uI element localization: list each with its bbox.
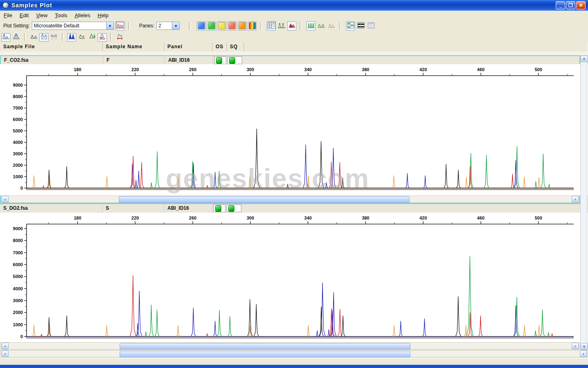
bin-peaks-button[interactable]: [277, 21, 286, 31]
scroll-right-button[interactable]: ›: [572, 343, 579, 349]
svg-text:6000: 6000: [13, 262, 23, 267]
table-genotypes-button[interactable]: [346, 21, 355, 31]
dye-green-icon: [208, 22, 215, 29]
pane2-h-scrollbar[interactable]: ‹ ›: [1, 342, 579, 350]
sample-file-cell: F_CO2.fsa: [1, 56, 103, 65]
dye-button-group: [196, 21, 257, 31]
panel-cell: ABI_ID16: [164, 204, 212, 213]
sample-pane-2-header[interactable]: S_DO2.fsaSABI_ID16: [0, 204, 580, 213]
scroll-thumb[interactable]: [119, 196, 410, 203]
view-button-group-3: [345, 21, 376, 31]
scroll-left-button[interactable]: ‹: [2, 343, 9, 349]
chevron-down-icon[interactable]: ▼: [106, 22, 114, 29]
svg-text:180: 180: [74, 67, 81, 72]
view-button-group-1: [266, 21, 297, 31]
svg-text:1000: 1000: [13, 174, 23, 179]
scroll-right-button[interactable]: ›: [572, 196, 579, 202]
scroll-down-button[interactable]: ˅: [581, 343, 588, 350]
v-scrollbar[interactable]: ˄ ˅: [580, 55, 587, 350]
peak-red-flag-button[interactable]: [98, 33, 107, 42]
toolbar-separator: [339, 22, 341, 30]
scroll-thumb[interactable]: [120, 351, 410, 357]
peaks-thin-button[interactable]: [29, 33, 38, 42]
restore-button[interactable]: ❐: [566, 1, 575, 9]
table-samples-icon: [357, 21, 365, 31]
svg-text:260: 260: [189, 67, 196, 72]
window-controls: _❐✕: [556, 1, 588, 9]
svg-text:1000: 1000: [13, 322, 23, 327]
dye-red-icon: [228, 22, 236, 29]
peaks-ticks-button[interactable]: [77, 33, 87, 42]
sq-status-cell: [227, 204, 241, 212]
os-green-indicator-icon: [216, 57, 222, 64]
peaks-bins-button[interactable]: [39, 33, 49, 42]
menu-alleles[interactable]: Alleles: [71, 11, 94, 20]
edit-plot-setting-button[interactable]: [116, 21, 125, 31]
pane1-h-scrollbar[interactable]: ‹ ›: [1, 195, 579, 203]
dye-all-button[interactable]: [247, 21, 257, 31]
scroll-left-button[interactable]: ‹: [2, 196, 9, 202]
menu-help[interactable]: Help: [94, 11, 112, 20]
sample-row[interactable]: F_CO2.fsaFABI_ID16: [1, 56, 579, 65]
electropherogram-plot-2[interactable]: 1802202603003403804204605000100020003000…: [0, 213, 588, 342]
dye-blue-button[interactable]: [196, 21, 206, 31]
pane-peaks-button[interactable]: [316, 21, 326, 31]
faded-peaks-button[interactable]: [327, 21, 336, 31]
scroll-thumb[interactable]: [120, 343, 410, 350]
scroll-left-button[interactable]: ‹: [2, 350, 9, 357]
allele-triangles-icon: [288, 21, 296, 31]
column-header-sample-name: Sample Name: [102, 43, 164, 52]
os-status-cell: [214, 204, 225, 212]
scroll-right-button[interactable]: ›: [580, 350, 587, 357]
table-samples-button[interactable]: [356, 21, 365, 31]
raw-bars-button[interactable]: [306, 21, 316, 31]
peak-green-arrow-icon: [88, 32, 96, 42]
sample-file-cell: S_DO2.fsa: [0, 204, 102, 213]
menu-tools[interactable]: Tools: [51, 11, 71, 20]
toolbar-separator: [24, 33, 26, 41]
table-h-scrollbar[interactable]: ‹ ›: [1, 350, 587, 357]
sample-row[interactable]: S_DO2.fsaSABI_ID16: [0, 204, 580, 213]
svg-text:380: 380: [362, 67, 369, 72]
svg-text:380: 380: [362, 215, 369, 220]
svg-text:340: 340: [304, 67, 312, 72]
peaks-fill-button[interactable]: [67, 33, 76, 42]
table-plain-button[interactable]: [366, 21, 376, 31]
menu-view[interactable]: View: [32, 11, 51, 20]
plot-setting-select[interactable]: Microsatellite Default ▼: [32, 22, 114, 30]
close-button[interactable]: ✕: [576, 1, 586, 9]
zoom-peaks-button[interactable]: [1, 33, 11, 42]
svg-text:180: 180: [74, 215, 81, 220]
toolbar-separator: [189, 22, 191, 30]
menu-bar: FileEditViewToolsAllelesHelp: [0, 11, 588, 20]
allele-triangles-button[interactable]: [287, 21, 296, 31]
minimize-button[interactable]: _: [556, 1, 565, 9]
dye-red-button[interactable]: [227, 21, 236, 31]
scroll-up-button[interactable]: ˄: [581, 56, 588, 62]
genotype-grid-button[interactable]: [267, 21, 276, 31]
svg-text:2000: 2000: [13, 310, 23, 315]
svg-text:460: 460: [477, 215, 484, 220]
peaks-ticks-icon: [78, 32, 86, 42]
dye-orange-button[interactable]: [237, 21, 247, 31]
sample-name-cell: S: [102, 204, 164, 213]
peaks-red-arrows-button[interactable]: [115, 33, 125, 42]
dye-green-button[interactable]: [207, 21, 216, 31]
menu-edit[interactable]: Edit: [16, 11, 32, 20]
dye-yellow-button[interactable]: [217, 21, 226, 31]
peak-green-arrow-button[interactable]: [87, 33, 97, 42]
status-bar: [0, 358, 588, 365]
panes-select[interactable]: 2 ▼: [156, 22, 180, 30]
svg-text:420: 420: [419, 67, 427, 72]
peaks-fill-icon: [68, 32, 76, 42]
peaks-bins-icon: [40, 32, 48, 42]
os-green-indicator-icon: [215, 205, 221, 212]
chevron-down-icon[interactable]: ▼: [172, 22, 179, 29]
dye-yellow-icon: [218, 22, 225, 29]
menu-file[interactable]: File: [0, 11, 16, 20]
peaks-red-arrows-icon: [116, 32, 124, 42]
peak-band-button[interactable]: [11, 33, 21, 42]
peaks-cluster-button[interactable]: [49, 33, 59, 42]
electropherogram-plot-1[interactable]: 1802202603003403804204605000100020003000…: [0, 64, 588, 195]
peaks-thin-icon: [30, 32, 38, 42]
